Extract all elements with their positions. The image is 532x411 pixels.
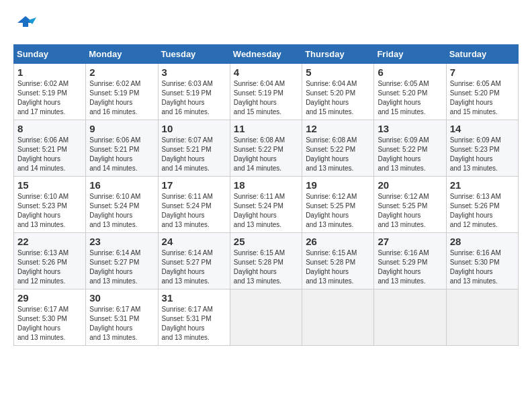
header	[13, 13, 519, 38]
calendar-week-row: 22 Sunrise: 6:13 AMSunset: 5:26 PMDaylig…	[14, 233, 519, 289]
day-number: 3	[162, 66, 226, 78]
calendar-week-row: 8 Sunrise: 6:06 AMSunset: 5:21 PMDayligh…	[14, 120, 519, 177]
day-number: 7	[450, 66, 515, 78]
calendar-cell: 7 Sunrise: 6:05 AMSunset: 5:20 PMDayligh…	[446, 64, 518, 120]
calendar-cell: 20 Sunrise: 6:12 AMSunset: 5:25 PMDaylig…	[374, 177, 446, 233]
calendar-cell: 25 Sunrise: 6:15 AMSunset: 5:28 PMDaylig…	[230, 233, 302, 289]
day-info: Sunrise: 6:09 AMSunset: 5:23 PMDaylight …	[450, 136, 515, 173]
calendar-week-row: 29 Sunrise: 6:17 AMSunset: 5:30 PMDaylig…	[14, 289, 519, 346]
day-number: 8	[17, 123, 82, 134]
day-number: 27	[378, 236, 442, 247]
weekday-header: Friday	[374, 45, 446, 64]
day-info: Sunrise: 6:11 AMSunset: 5:24 PMDaylight …	[162, 192, 226, 230]
day-info: Sunrise: 6:13 AMSunset: 5:26 PMDaylight …	[450, 192, 515, 230]
day-info: Sunrise: 6:06 AMSunset: 5:21 PMDaylight …	[17, 136, 82, 173]
calendar-cell: 15 Sunrise: 6:10 AMSunset: 5:23 PMDaylig…	[14, 177, 86, 233]
calendar-week-row: 1 Sunrise: 6:02 AMSunset: 5:19 PMDayligh…	[14, 64, 519, 120]
calendar-cell: 23 Sunrise: 6:14 AMSunset: 5:27 PMDaylig…	[86, 233, 158, 289]
calendar-cell: 1 Sunrise: 6:02 AMSunset: 5:19 PMDayligh…	[14, 64, 86, 120]
logo-icon	[13, 13, 38, 38]
day-info: Sunrise: 6:16 AMSunset: 5:29 PMDaylight …	[378, 248, 442, 286]
logo	[13, 13, 40, 38]
day-info: Sunrise: 6:06 AMSunset: 5:21 PMDaylight …	[89, 136, 154, 173]
day-number: 10	[162, 123, 226, 134]
calendar-cell	[302, 289, 374, 346]
weekday-header: Saturday	[446, 45, 518, 64]
day-number: 28	[450, 236, 515, 247]
calendar-cell: 24 Sunrise: 6:14 AMSunset: 5:27 PMDaylig…	[158, 233, 230, 289]
day-info: Sunrise: 6:03 AMSunset: 5:19 PMDaylight …	[162, 79, 226, 117]
day-number: 9	[89, 123, 154, 134]
day-info: Sunrise: 6:08 AMSunset: 5:22 PMDaylight …	[306, 136, 370, 173]
day-number: 31	[162, 292, 226, 304]
day-info: Sunrise: 6:02 AMSunset: 5:19 PMDaylight …	[89, 79, 154, 117]
calendar-cell	[374, 289, 446, 346]
calendar-cell: 19 Sunrise: 6:12 AMSunset: 5:25 PMDaylig…	[302, 177, 374, 233]
day-info: Sunrise: 6:02 AMSunset: 5:19 PMDaylight …	[17, 79, 82, 117]
calendar-cell: 29 Sunrise: 6:17 AMSunset: 5:30 PMDaylig…	[14, 289, 86, 346]
calendar-cell: 31 Sunrise: 6:17 AMSunset: 5:31 PMDaylig…	[158, 289, 230, 346]
calendar-cell: 22 Sunrise: 6:13 AMSunset: 5:26 PMDaylig…	[14, 233, 86, 289]
day-info: Sunrise: 6:17 AMSunset: 5:31 PMDaylight …	[162, 305, 226, 342]
day-number: 1	[17, 66, 82, 78]
day-number: 22	[17, 236, 82, 247]
day-number: 20	[378, 179, 442, 191]
day-number: 14	[450, 123, 515, 134]
day-number: 4	[234, 66, 298, 78]
calendar-cell: 8 Sunrise: 6:06 AMSunset: 5:21 PMDayligh…	[14, 120, 86, 177]
day-info: Sunrise: 6:11 AMSunset: 5:24 PMDaylight …	[234, 192, 298, 230]
day-info: Sunrise: 6:15 AMSunset: 5:28 PMDaylight …	[234, 248, 298, 286]
calendar-cell: 3 Sunrise: 6:03 AMSunset: 5:19 PMDayligh…	[158, 64, 230, 120]
calendar-cell: 28 Sunrise: 6:16 AMSunset: 5:30 PMDaylig…	[446, 233, 518, 289]
day-info: Sunrise: 6:15 AMSunset: 5:28 PMDaylight …	[306, 248, 370, 286]
calendar-cell: 17 Sunrise: 6:11 AMSunset: 5:24 PMDaylig…	[158, 177, 230, 233]
calendar-week-row: 15 Sunrise: 6:10 AMSunset: 5:23 PMDaylig…	[14, 177, 519, 233]
day-number: 13	[378, 123, 442, 134]
calendar-cell: 14 Sunrise: 6:09 AMSunset: 5:23 PMDaylig…	[446, 120, 518, 177]
day-info: Sunrise: 6:16 AMSunset: 5:30 PMDaylight …	[450, 248, 515, 286]
day-info: Sunrise: 6:12 AMSunset: 5:25 PMDaylight …	[378, 192, 442, 230]
day-number: 23	[89, 236, 154, 247]
day-info: Sunrise: 6:08 AMSunset: 5:22 PMDaylight …	[234, 136, 298, 173]
day-info: Sunrise: 6:09 AMSunset: 5:22 PMDaylight …	[378, 136, 442, 173]
day-info: Sunrise: 6:14 AMSunset: 5:27 PMDaylight …	[89, 248, 154, 286]
day-info: Sunrise: 6:10 AMSunset: 5:23 PMDaylight …	[17, 192, 82, 230]
calendar-cell	[446, 289, 518, 346]
day-info: Sunrise: 6:14 AMSunset: 5:27 PMDaylight …	[162, 248, 226, 286]
day-number: 11	[234, 123, 298, 134]
calendar-cell: 5 Sunrise: 6:04 AMSunset: 5:20 PMDayligh…	[302, 64, 374, 120]
day-info: Sunrise: 6:12 AMSunset: 5:25 PMDaylight …	[306, 192, 370, 230]
calendar-cell: 26 Sunrise: 6:15 AMSunset: 5:28 PMDaylig…	[302, 233, 374, 289]
day-info: Sunrise: 6:13 AMSunset: 5:26 PMDaylight …	[17, 248, 82, 286]
weekday-header: Monday	[86, 45, 158, 64]
calendar-cell: 4 Sunrise: 6:04 AMSunset: 5:19 PMDayligh…	[230, 64, 302, 120]
day-info: Sunrise: 6:05 AMSunset: 5:20 PMDaylight …	[450, 79, 515, 117]
calendar-cell: 6 Sunrise: 6:05 AMSunset: 5:20 PMDayligh…	[374, 64, 446, 120]
day-info: Sunrise: 6:10 AMSunset: 5:24 PMDaylight …	[89, 192, 154, 230]
svg-marker-1	[28, 17, 36, 24]
day-number: 29	[17, 292, 82, 304]
day-number: 19	[306, 179, 370, 191]
day-number: 25	[234, 236, 298, 247]
calendar-table: SundayMondayTuesdayWednesdayThursdayFrid…	[13, 44, 519, 346]
day-number: 16	[89, 179, 154, 191]
day-info: Sunrise: 6:17 AMSunset: 5:30 PMDaylight …	[17, 305, 82, 342]
weekday-header: Thursday	[302, 45, 374, 64]
day-number: 12	[306, 123, 370, 134]
day-info: Sunrise: 6:04 AMSunset: 5:19 PMDaylight …	[234, 79, 298, 117]
day-info: Sunrise: 6:07 AMSunset: 5:21 PMDaylight …	[162, 136, 226, 173]
weekday-header: Tuesday	[158, 45, 230, 64]
day-number: 5	[306, 66, 370, 78]
day-number: 17	[162, 179, 226, 191]
calendar-cell: 30 Sunrise: 6:17 AMSunset: 5:31 PMDaylig…	[86, 289, 158, 346]
day-number: 2	[89, 66, 154, 78]
calendar-cell: 18 Sunrise: 6:11 AMSunset: 5:24 PMDaylig…	[230, 177, 302, 233]
calendar-cell: 10 Sunrise: 6:07 AMSunset: 5:21 PMDaylig…	[158, 120, 230, 177]
day-number: 24	[162, 236, 226, 247]
day-number: 26	[306, 236, 370, 247]
calendar-cell: 27 Sunrise: 6:16 AMSunset: 5:29 PMDaylig…	[374, 233, 446, 289]
calendar-cell: 12 Sunrise: 6:08 AMSunset: 5:22 PMDaylig…	[302, 120, 374, 177]
calendar-cell	[230, 289, 302, 346]
calendar-cell: 21 Sunrise: 6:13 AMSunset: 5:26 PMDaylig…	[446, 177, 518, 233]
day-number: 30	[89, 292, 154, 304]
